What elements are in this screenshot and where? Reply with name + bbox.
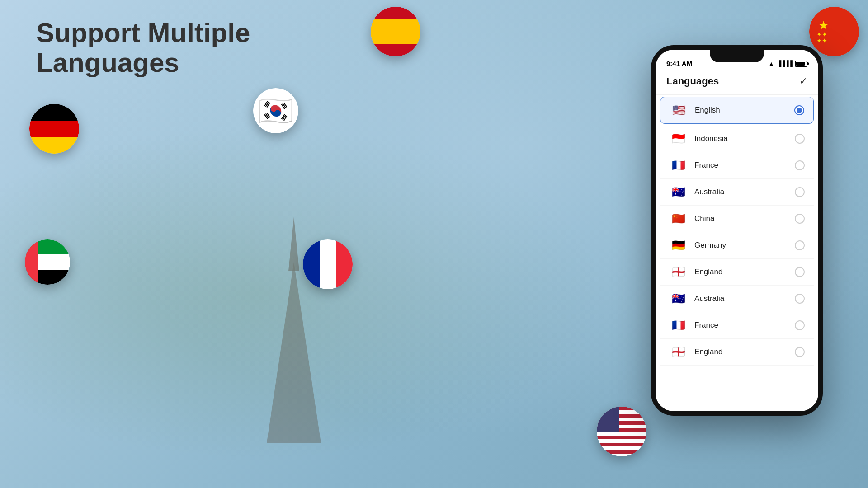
usa-flag-ball (597, 407, 646, 456)
usa-flag-circle (597, 407, 646, 456)
radio-england[interactable] (795, 267, 805, 277)
flag-france: 🇫🇷 (669, 159, 688, 172)
germany-flag-circle (29, 104, 79, 154)
language-item-england2[interactable]: 🏴󠁧󠁢󠁥󠁮󠁧󠁿England (660, 339, 814, 366)
battery-fill (796, 62, 805, 66)
languages-title: Languages (666, 75, 719, 87)
phone-mockup: 9:41 AM ▲ ▐▐▐▐ Languages ✓ 🇺🇸English🇮🇩In… (651, 45, 823, 416)
china-flag-ball: ★ ✦✦✦✦ (809, 7, 859, 56)
headline-line1: Support Multiple (36, 18, 250, 48)
language-name-china: China (694, 214, 788, 223)
radio-china[interactable] (795, 214, 805, 224)
radio-indonesia[interactable] (795, 134, 805, 144)
language-item-germany[interactable]: 🇩🇪Germany (660, 232, 814, 259)
radio-english[interactable] (794, 105, 804, 115)
flag-indonesia: 🇮🇩 (669, 132, 688, 145)
france-flag-ball (303, 239, 353, 289)
language-item-china[interactable]: 🇨🇳China (660, 206, 814, 232)
language-item-france2[interactable]: 🇫🇷France (660, 312, 814, 339)
headline-line2: Languages (36, 48, 250, 78)
language-name-australia: Australia (694, 188, 788, 197)
language-name-france: France (694, 161, 788, 170)
flag-china: 🇨🇳 (669, 212, 688, 225)
headline-block: Support Multiple Languages (36, 18, 250, 78)
phone-notch (710, 50, 764, 62)
wifi-icon: ▲ (768, 60, 774, 67)
language-item-indonesia[interactable]: 🇮🇩Indonesia (660, 126, 814, 152)
check-icon[interactable]: ✓ (799, 75, 807, 87)
status-time: 9:41 AM (666, 60, 692, 67)
radio-france[interactable] (795, 160, 805, 170)
spain-flag-circle (371, 7, 420, 56)
radio-england2[interactable] (795, 347, 805, 357)
flag-england2: 🏴󠁧󠁢󠁥󠁮󠁧󠁿 (669, 345, 688, 359)
spain-flag-ball (371, 7, 420, 56)
language-list: 🇺🇸English🇮🇩Indonesia🇫🇷France🇦🇺Australia🇨… (656, 95, 818, 411)
radio-germany[interactable] (795, 240, 805, 250)
china-flag-circle: ★ ✦✦✦✦ (809, 7, 859, 56)
language-name-france2: France (694, 321, 788, 330)
signal-icon: ▐▐▐▐ (777, 60, 792, 67)
korea-flag-circle: 🇰🇷 (253, 88, 298, 133)
flag-australia2: 🇦🇺 (669, 292, 688, 305)
language-item-england[interactable]: 🏴󠁧󠁢󠁥󠁮󠁧󠁿England (660, 259, 814, 286)
language-item-australia[interactable]: 🇦🇺Australia (660, 179, 814, 206)
language-name-england2: England (694, 347, 788, 357)
flag-england: 🏴󠁧󠁢󠁥󠁮󠁧󠁿 (669, 265, 688, 279)
language-name-indonesia: Indonesia (694, 134, 788, 143)
language-name-english: English (695, 106, 788, 115)
language-name-england: England (694, 267, 788, 277)
korea-flag-ball: 🇰🇷 (253, 88, 298, 133)
uae-flag-ball (25, 239, 70, 285)
phone-header: Languages ✓ (656, 70, 818, 95)
radio-australia[interactable] (795, 187, 805, 197)
flag-australia: 🇦🇺 (669, 185, 688, 199)
radio-france2[interactable] (795, 320, 805, 330)
battery-icon (795, 61, 807, 67)
language-item-english[interactable]: 🇺🇸English (660, 97, 814, 124)
flag-english: 🇺🇸 (670, 103, 689, 117)
flag-germany: 🇩🇪 (669, 239, 688, 252)
status-icons: ▲ ▐▐▐▐ (768, 60, 807, 67)
france-flag-circle (303, 239, 353, 289)
language-name-germany: Germany (694, 241, 788, 250)
radio-australia2[interactable] (795, 294, 805, 304)
uae-flag-circle (25, 239, 70, 285)
language-name-australia2: Australia (694, 294, 788, 303)
language-item-australia2[interactable]: 🇦🇺Australia (660, 286, 814, 312)
germany-flag-ball (29, 104, 79, 154)
language-item-france[interactable]: 🇫🇷France (660, 152, 814, 179)
flag-france2: 🇫🇷 (669, 319, 688, 332)
